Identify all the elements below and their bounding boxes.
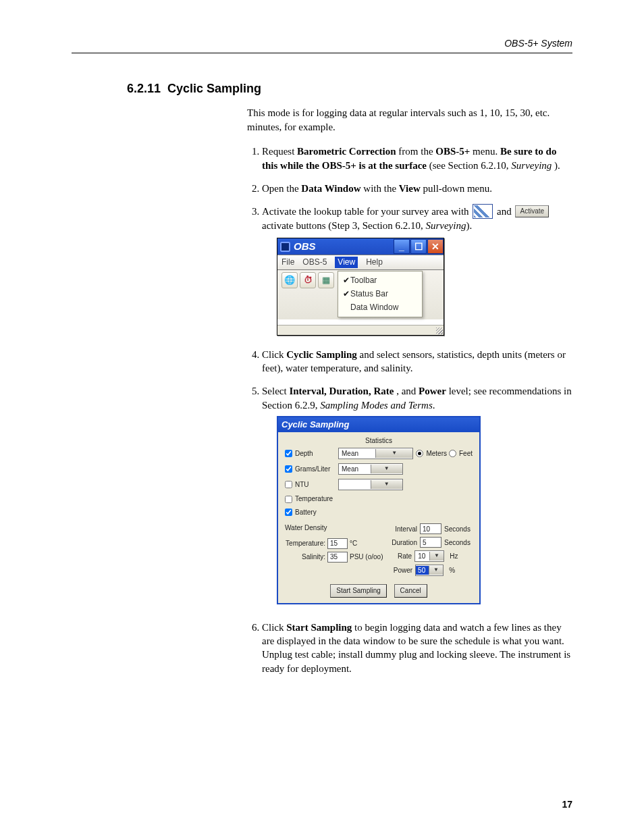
section-lead: This mode is for logging data at regular… (247, 106, 572, 134)
obs-menubar: File OBS-5 View Help (277, 255, 444, 269)
step-6: Click Start Sampling to begin logging da… (262, 621, 572, 675)
menu-help[interactable]: Help (366, 257, 383, 267)
activate-button-inline: Activate (515, 205, 549, 217)
gramsliter-checkbox[interactable] (285, 465, 292, 473)
view-dropdown: ✔Toolbar ✔Status Bar Data Window (338, 271, 423, 317)
start-sampling-button[interactable]: Start Sampling (330, 584, 387, 598)
power-select[interactable]: 50▼ (415, 565, 444, 576)
step-1: Request Barometric Correction from the O… (262, 145, 572, 172)
salinity-input[interactable]: 35 (327, 552, 348, 563)
header-rule (72, 53, 572, 53)
temp-unit: °C (350, 539, 357, 548)
salinity-input-label: Salinity: (285, 552, 325, 562)
cancel-button[interactable]: Cancel (394, 584, 427, 598)
running-header: OBS-5+ System (72, 38, 572, 49)
obs-app-icon (280, 242, 290, 252)
duration-input[interactable]: 5 (420, 537, 441, 548)
ntu-label: NTU (295, 480, 338, 490)
depth-checkbox[interactable] (285, 450, 292, 457)
step-3: Activate the lookup table for your surve… (262, 205, 572, 336)
power-unit: % (449, 566, 473, 575)
depth-units: Meters Feet (416, 449, 473, 459)
rate-label: Rate (390, 552, 412, 561)
timing-group: Interval 10 Seconds Duration 5 Seconds (390, 523, 473, 579)
section-title: Cyclic Sampling (167, 82, 261, 95)
obs-statusbar (277, 325, 444, 335)
gramsliter-stat-select[interactable]: Mean▼ (338, 463, 403, 475)
ntu-checkbox[interactable] (285, 481, 292, 488)
depth-label: Depth (295, 449, 338, 459)
rate-select[interactable]: 10▼ (414, 550, 444, 562)
gramsliter-label: Grams/Liter (295, 465, 338, 474)
figure-obs-window: OBS _ ☐ ✕ File OBS-5 View Help (277, 238, 444, 335)
window-buttons: _ ☐ ✕ (393, 239, 444, 254)
duration-unit: Seconds (444, 538, 473, 548)
statistics-label: Statistics (285, 436, 473, 446)
step-5: Select Interval, Duration, Rate , and Po… (262, 384, 572, 604)
steps-list: Request Barometric Correction from the O… (247, 145, 572, 675)
menu-item-toolbar[interactable]: ✔Toolbar (342, 273, 418, 287)
menu-view[interactable]: View (335, 257, 358, 267)
water-density-label: Water Density (285, 523, 390, 533)
grid-icon[interactable]: ▦ (318, 272, 334, 288)
page-number: 17 (562, 799, 572, 810)
step-2: Open the Data Window with the View pull-… (262, 182, 572, 195)
minimize-icon[interactable]: _ (394, 239, 410, 254)
feet-radio[interactable] (449, 450, 456, 457)
lookup-table-icon (473, 204, 493, 219)
rate-unit: Hz (450, 552, 473, 561)
battery-label: Battery (295, 508, 338, 517)
battery-checkbox[interactable] (285, 509, 292, 516)
section-number: 6.2.11 (127, 82, 161, 95)
salinity-unit: PSU (o/oo) (350, 552, 383, 562)
chevron-down-icon: ▼ (429, 566, 444, 575)
interval-label: Interval (390, 525, 417, 534)
dialog-titlebar: Cyclic Sampling (278, 417, 479, 432)
menu-obs5[interactable]: OBS-5 (302, 257, 327, 267)
chevron-down-icon: ▼ (371, 465, 403, 473)
clock-icon[interactable]: ⏱ (300, 272, 316, 288)
temperature-label: Temperature (295, 494, 338, 504)
tool-icon-1[interactable]: 🌐 (281, 272, 298, 288)
close-icon[interactable]: ✕ (427, 239, 444, 254)
ntu-stat-select[interactable]: ▼ (338, 479, 403, 490)
chevron-down-icon: ▼ (375, 449, 412, 458)
obs-title-text: OBS (294, 240, 316, 253)
section-heading: 6.2.11 Cyclic Sampling (127, 82, 572, 96)
figure-cyclic-dialog: Cyclic Sampling Statistics Depth Mean▼ M… (277, 416, 481, 604)
temp-input-label: Temperature: (285, 539, 325, 548)
maximize-icon[interactable]: ☐ (410, 239, 427, 254)
meters-radio[interactable] (416, 450, 423, 457)
obs-titlebar: OBS _ ☐ ✕ (277, 238, 444, 255)
menu-file[interactable]: File (281, 257, 294, 267)
duration-label: Duration (390, 538, 417, 548)
power-label: Power (390, 566, 412, 575)
water-density-group: Water Density Temperature: 15 °C Salinit… (285, 523, 390, 579)
chevron-down-icon: ▼ (429, 552, 444, 561)
step-4: Click Cyclic Sampling and select sensors… (262, 348, 572, 375)
temperature-input[interactable]: 15 (327, 538, 348, 549)
temperature-checkbox[interactable] (285, 496, 292, 503)
chevron-down-icon: ▼ (371, 480, 403, 489)
interval-unit: Seconds (444, 525, 473, 534)
menu-item-statusbar[interactable]: ✔Status Bar (342, 287, 418, 301)
menu-item-datawindow[interactable]: Data Window (342, 301, 418, 314)
obs-toolbar-row: 🌐 ⏱ ▦ ✔Toolbar ✔Status Bar Data Window (277, 270, 444, 319)
interval-input[interactable]: 10 (420, 523, 441, 534)
depth-stat-select[interactable]: Mean▼ (338, 448, 413, 459)
